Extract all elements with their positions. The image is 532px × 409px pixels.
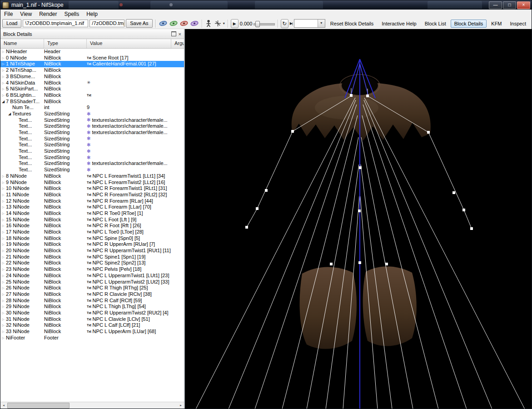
table-row[interactable]: ▷33 NiNodeNiBlockTxtNPC L UpperArm [LUar… [0, 329, 184, 335]
play-button[interactable]: ▶ [231, 19, 239, 28]
minimize-button[interactable]: — [489, 1, 502, 9]
scroll-right-icon[interactable]: ► [178, 403, 184, 408]
table-row[interactable]: ▷20 NiNodeNiBlockTxtNPC R UpperarmTwist1… [0, 248, 184, 254]
table-row[interactable]: ▷11 NiNodeNiBlockTxtNPC R ForearmTwist2 … [0, 192, 184, 198]
save-as-button[interactable]: Save As [126, 19, 152, 28]
expand-arrow-icon[interactable]: ▷ [0, 229, 6, 235]
table-row[interactable]: ◢7 BSShaderT...NiBlock [0, 99, 184, 105]
table-row[interactable]: ▷0 NiNodeNiBlockTxtScene Root [17] [0, 55, 184, 61]
table-row[interactable]: ▷5 NiSkinPart...NiBlock [0, 86, 184, 92]
column-header-name[interactable]: Name [0, 39, 44, 48]
expand-arrow-icon[interactable]: ▷ [0, 55, 6, 61]
expand-arrow-icon[interactable]: ▷ [0, 279, 6, 285]
table-row[interactable]: ▷30 NiNodeNiBlockTxtNPC R UpperarmTwist2… [0, 310, 184, 316]
view-toggle-blue-icon[interactable] [159, 20, 168, 27]
interactive-help-button[interactable]: Interactive Help [378, 20, 420, 28]
panel-header[interactable]: Block Details × [0, 29, 184, 39]
expand-arrow-icon[interactable]: ▷ [0, 80, 6, 86]
expand-arrow-icon[interactable]: ▷ [0, 61, 6, 67]
view-toggle-purple-icon[interactable] [190, 20, 199, 27]
table-row[interactable]: ▷NiHeaderHeader [0, 49, 184, 55]
expand-arrow-icon[interactable]: ▷ [0, 92, 6, 99]
table-row[interactable]: ▷23 NiNodeNiBlockTxtNPC Pelvis [Pelv] [1… [0, 266, 184, 273]
table-row[interactable]: ▷4 NiSkinDataNiBlock✳ [0, 80, 184, 86]
table-row[interactable]: ▷3 BSDisme...NiBlock [0, 74, 184, 80]
animation-combo[interactable]: ▾ [294, 19, 325, 28]
table-row[interactable]: ▷2 NiTriShap...NiBlock [0, 67, 184, 74]
table-row[interactable]: ▷18 NiNodeNiBlockTxtNPC Spine [Spn0] [5] [0, 235, 184, 242]
expand-arrow-icon[interactable]: ▷ [0, 310, 6, 316]
expand-arrow-icon[interactable]: ▷ [0, 285, 6, 291]
table-row[interactable]: Text...SizedString✻textures\actors\chara… [0, 130, 184, 136]
table-row[interactable]: Text...SizedString✻ [0, 142, 184, 148]
collapse-arrow-icon[interactable]: ◢ [7, 111, 12, 117]
kfm-button[interactable]: KFM [487, 20, 505, 28]
table-row[interactable]: ▷NiFooterFooter [0, 335, 184, 341]
expand-arrow-icon[interactable]: ▷ [0, 298, 6, 304]
expand-arrow-icon[interactable]: ▷ [0, 335, 6, 341]
table-row[interactable]: ▷28 NiNodeNiBlockTxtNPC R Calf [RClf] [5… [0, 298, 184, 304]
animation-slider[interactable] [254, 20, 274, 27]
inspect-button[interactable]: Inspect [507, 20, 530, 28]
expand-arrow-icon[interactable]: ▷ [0, 67, 6, 74]
axes-icon[interactable] [214, 20, 222, 27]
expand-arrow-icon[interactable]: ▷ [0, 254, 6, 260]
menu-item-help[interactable]: Help [83, 10, 101, 18]
column-header-argument[interactable]: Argu [171, 39, 184, 48]
table-row[interactable]: ▷9 NiNodeNiBlockTxtNPC L ForearmTwist2 [… [0, 179, 184, 185]
slider-thumb[interactable] [255, 21, 260, 27]
expand-arrow-icon[interactable]: ▷ [0, 291, 6, 298]
reset-block-details-button[interactable]: Reset Block Details [327, 20, 377, 28]
expand-arrow-icon[interactable]: ▷ [0, 49, 6, 55]
table-row[interactable]: ◢TexturesSizedString✻ [0, 111, 184, 117]
table-row[interactable]: ▷24 NiNodeNiBlockTxtNPC L UpperarmTwist1… [0, 273, 184, 279]
expand-arrow-icon[interactable]: ▷ [0, 322, 6, 329]
expand-arrow-icon[interactable]: ▷ [0, 204, 6, 210]
save-path-field[interactable]: /7zODBDD.tmp/main_1.nif [89, 20, 124, 27]
collapse-arrow-icon[interactable]: ◢ [0, 99, 6, 105]
table-row[interactable]: ▷19 NiNodeNiBlockTxtNPC R UpperArm [RUar… [0, 241, 184, 248]
scroll-left-icon[interactable]: ◄ [0, 403, 7, 408]
block-list-button[interactable]: Block List [421, 20, 450, 28]
maximize-button[interactable]: □ [503, 1, 516, 9]
loop-button[interactable]: ↻ [281, 19, 288, 28]
table-row[interactable]: ▷29 NiNodeNiBlockTxtNPC L Thigh [LThg] [… [0, 304, 184, 310]
expand-arrow-icon[interactable]: ▷ [0, 235, 6, 242]
table-row[interactable]: ▷22 NiNodeNiBlockTxtNPC Spine2 [Spn2] [1… [0, 260, 184, 266]
view-toggle-green-icon[interactable] [169, 20, 178, 27]
table-row[interactable]: ▷8 NiNodeNiBlockTxtNPC L ForearmTwist1 [… [0, 173, 184, 180]
tree-body[interactable]: ▷NiHeaderHeader▷0 NiNodeNiBlockTxtScene … [0, 49, 184, 402]
expand-arrow-icon[interactable]: ▷ [0, 316, 6, 323]
menu-item-file[interactable]: File [0, 10, 16, 18]
column-header-value[interactable]: Value [87, 39, 171, 48]
viewport-3d[interactable] [185, 29, 532, 409]
menu-item-spells[interactable]: Spells [61, 10, 83, 18]
view-toggle-red-icon[interactable] [179, 20, 189, 27]
table-row[interactable]: ▷31 NiNodeNiBlockTxtNPC L Clavicle [LClv… [0, 316, 184, 323]
expand-arrow-icon[interactable]: ▷ [0, 223, 6, 229]
column-header-type[interactable]: Type [44, 39, 87, 48]
table-row[interactable]: ▷26 NiNodeNiBlockTxtNPC R Thigh [RThg] [… [0, 285, 184, 291]
load-button[interactable]: Load [2, 19, 21, 28]
table-row[interactable]: Text...SizedString✻ [0, 155, 184, 161]
expand-arrow-icon[interactable]: ▷ [0, 273, 6, 279]
table-row[interactable]: Text...SizedString✻ [0, 136, 184, 142]
table-row[interactable]: ▷25 NiNodeNiBlockTxtNPC L UpperarmTwist2… [0, 279, 184, 285]
table-row[interactable]: ▷17 NiNodeNiBlockTxtNPC L Toe0 [LToe] [2… [0, 229, 184, 235]
expand-arrow-icon[interactable]: ▷ [0, 217, 6, 223]
expand-arrow-icon[interactable]: ▷ [0, 329, 6, 335]
scrollbar-thumb[interactable] [7, 403, 70, 409]
table-row[interactable]: Text...SizedString✻textures\actors\chara… [0, 160, 184, 167]
expand-arrow-icon[interactable]: ▷ [0, 248, 6, 254]
table-row[interactable]: ▷12 NiNodeNiBlockTxtNPC R Forearm [RLar]… [0, 198, 184, 204]
close-button[interactable]: × [517, 1, 530, 9]
expand-arrow-icon[interactable]: ▷ [0, 241, 6, 248]
horizontal-scrollbar[interactable]: ◄ ► [0, 402, 184, 409]
table-row[interactable]: ▷1 NiTriShapeNiBlockTxtCalienteHandFemal… [0, 61, 184, 67]
table-row[interactable]: Num Te...int9 [0, 105, 184, 111]
table-row[interactable]: Text...SizedString✻ [0, 167, 184, 173]
table-row[interactable]: ▷32 NiNodeNiBlockTxtNPC L Calf [LClf] [2… [0, 322, 184, 329]
table-row[interactable]: ▷21 NiNodeNiBlockTxtNPC Spine1 [Spn1] [1… [0, 254, 184, 260]
table-row[interactable]: Text...SizedString✻textures\actors\chara… [0, 117, 184, 124]
walk-figure-icon[interactable] [205, 20, 213, 27]
